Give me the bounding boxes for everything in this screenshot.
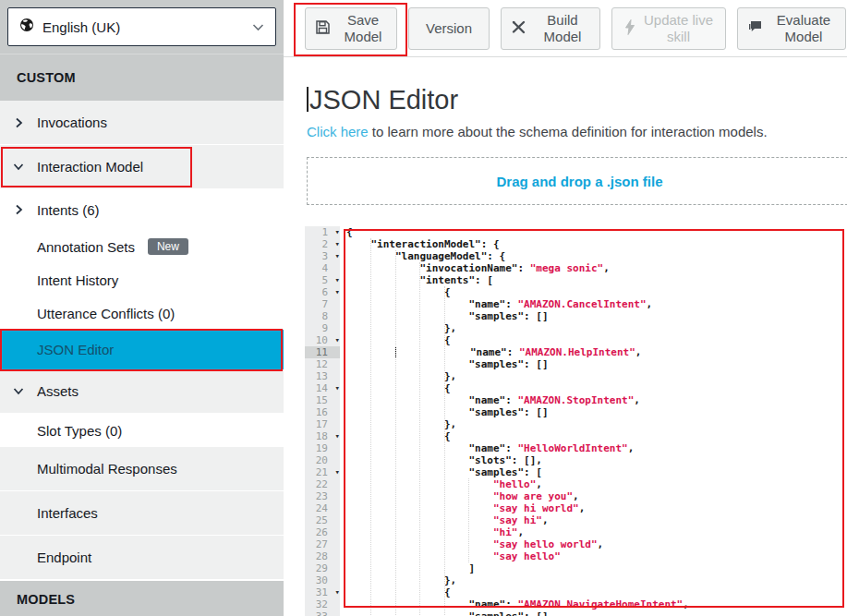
- gutter-line-number: 32: [305, 598, 340, 610]
- chevron-down-icon: [252, 18, 264, 35]
- gutter-line-number: 20: [305, 454, 340, 466]
- chevron-right-icon: [0, 117, 37, 128]
- sidebar-item-intents-6[interactable]: Intents (6): [0, 189, 284, 230]
- evaluate-model-button[interactable]: Evaluate Model: [737, 7, 846, 50]
- toolbar-button-label: Save Model: [339, 12, 387, 44]
- code-line: {: [340, 286, 847, 298]
- save-icon: [315, 19, 331, 38]
- code-line: "hi",: [340, 526, 847, 538]
- editor-code-area[interactable]: { "interactionModel": { "languageModel":…: [340, 226, 847, 616]
- gutter-line-number: 14▾: [305, 382, 340, 394]
- chevron-down-icon: [0, 163, 37, 171]
- gutter-line-number: 24: [305, 502, 340, 514]
- sidebar-item-slot-types-0[interactable]: Slot Types (0): [0, 414, 284, 447]
- gutter-line-number: 4: [305, 262, 340, 274]
- build-icon: [511, 19, 526, 38]
- gutter-line-number: 26: [305, 526, 340, 538]
- chevron-right-icon: [0, 204, 37, 215]
- code-line: "invocationName": "mega sonic",: [340, 262, 847, 274]
- code-line: "languageModel": {: [340, 250, 847, 262]
- sidebar-item-invocations[interactable]: Invocations: [0, 101, 284, 145]
- editor-gutter: 1▾2▾3▾45▾6▾78910▾11121314▾15161718▾19202…: [305, 226, 340, 616]
- code-line: {: [340, 382, 847, 394]
- code-line: },: [340, 574, 847, 586]
- language-selector-label: English (UK): [42, 19, 252, 35]
- sidebar-item-label: Slot Types (0): [37, 423, 122, 439]
- gutter-line-number: 16: [305, 406, 340, 418]
- gutter-line-number: 12: [305, 358, 340, 370]
- gutter-line-number: 11: [305, 346, 340, 358]
- code-line: {: [340, 586, 847, 598]
- sidebar-item-multimodal-responses[interactable]: Multimodal Responses: [0, 447, 284, 491]
- lightning-icon: [624, 19, 635, 38]
- click-here-link[interactable]: Click here: [307, 124, 369, 139]
- sidebar-item-interfaces[interactable]: Interfaces: [0, 491, 284, 536]
- code-line: "samples": []: [340, 610, 847, 616]
- code-line: "say hi world",: [340, 502, 847, 514]
- code-editor: 1▾2▾3▾45▾6▾78910▾11121314▾15161718▾19202…: [305, 226, 847, 616]
- text-cursor: [307, 87, 309, 112]
- language-area: English (UK): [0, 0, 284, 54]
- gutter-line-number: 22: [305, 478, 340, 490]
- gutter-line-number: 8: [305, 310, 340, 322]
- sidebar-item-label: Intent History: [37, 272, 118, 288]
- save-model-button[interactable]: Save Model: [305, 7, 397, 50]
- chat-icon: [747, 19, 763, 37]
- gutter-line-number: 21▾: [305, 466, 340, 478]
- gutter-line-number: 23: [305, 490, 340, 502]
- build-model-button[interactable]: Build Model: [501, 7, 600, 50]
- sidebar-item-annotation-sets[interactable]: Annotation SetsNew: [0, 230, 284, 263]
- sidebar-item-intent-history[interactable]: Intent History: [0, 263, 284, 296]
- code-line: "name": "AMAZON.HelpIntent",: [340, 346, 847, 358]
- alexa-developer-console: English (UK) CUSTOM InvocationsInteracti…: [0, 0, 847, 616]
- code-line: },: [340, 370, 847, 382]
- code-line: "samples": []: [340, 358, 847, 370]
- code-line: "hello",: [340, 478, 847, 490]
- chevron-down-icon: [0, 387, 37, 395]
- sidebar-item-json-editor[interactable]: JSON Editor: [0, 330, 284, 369]
- gutter-line-number: 28: [305, 550, 340, 562]
- code-line: },: [340, 418, 847, 430]
- code-line: "how are you",: [340, 490, 847, 502]
- gutter-line-number: 10▾: [305, 334, 340, 346]
- gutter-line-number: 29: [305, 562, 340, 574]
- code-line: "say hello world",: [340, 538, 847, 550]
- sidebar-item-label: Interfaces: [37, 505, 98, 521]
- json-dropzone[interactable]: Drag and drop a .json file: [307, 157, 847, 205]
- gutter-line-number: 13: [305, 370, 340, 382]
- gutter-line-number: 33: [305, 610, 340, 616]
- sidebar-item-label: Intents (6): [37, 202, 100, 218]
- sidebar-item-utterance-conflicts-0[interactable]: Utterance Conflicts (0): [0, 296, 284, 330]
- sidebar-item-endpoint[interactable]: Endpoint: [0, 536, 284, 580]
- schema-help-text: Click here to learn more about the schem…: [307, 124, 847, 139]
- code-line: "say hi",: [340, 514, 847, 526]
- gutter-line-number: 15: [305, 394, 340, 406]
- sidebar-nav: InvocationsInteraction ModelIntents (6)A…: [0, 101, 284, 580]
- code-line: "slots": [],: [340, 454, 847, 466]
- new-badge: New: [148, 238, 188, 255]
- sidebar-item-label: JSON Editor: [37, 342, 114, 357]
- gutter-line-number: 18▾: [305, 430, 340, 442]
- section-header-custom: CUSTOM: [0, 54, 284, 101]
- gutter-line-number: 2▾: [305, 238, 340, 250]
- gutter-line-number: 17: [305, 418, 340, 430]
- sidebar-item-interaction-model[interactable]: Interaction Model: [0, 145, 284, 189]
- toolbar-buttons: Save ModelVersionBuild ModelUpdate live …: [305, 7, 847, 50]
- sidebar-item-assets[interactable]: Assets: [0, 369, 284, 414]
- gutter-line-number: 5▾: [305, 274, 340, 286]
- code-line: "name": "AMAZON.CancelIntent",: [340, 298, 847, 310]
- code-line: {: [340, 334, 847, 346]
- version-button[interactable]: Version: [408, 7, 490, 50]
- language-selector[interactable]: English (UK): [7, 7, 276, 46]
- code-line: "samples": []: [340, 406, 847, 418]
- gutter-line-number: 31▾: [305, 586, 340, 598]
- code-line: "say hello": [340, 550, 847, 562]
- gutter-line-number: 7: [305, 298, 340, 310]
- dropzone-label: Drag and drop a .json file: [496, 174, 662, 189]
- code-line: "intents": [: [340, 274, 847, 286]
- code-line: {: [340, 430, 847, 442]
- code-line: "interactionModel": {: [340, 238, 847, 250]
- gutter-line-number: 1▾: [305, 226, 340, 238]
- code-line: {: [340, 226, 847, 238]
- sidebar-item-label: Annotation Sets: [37, 239, 135, 255]
